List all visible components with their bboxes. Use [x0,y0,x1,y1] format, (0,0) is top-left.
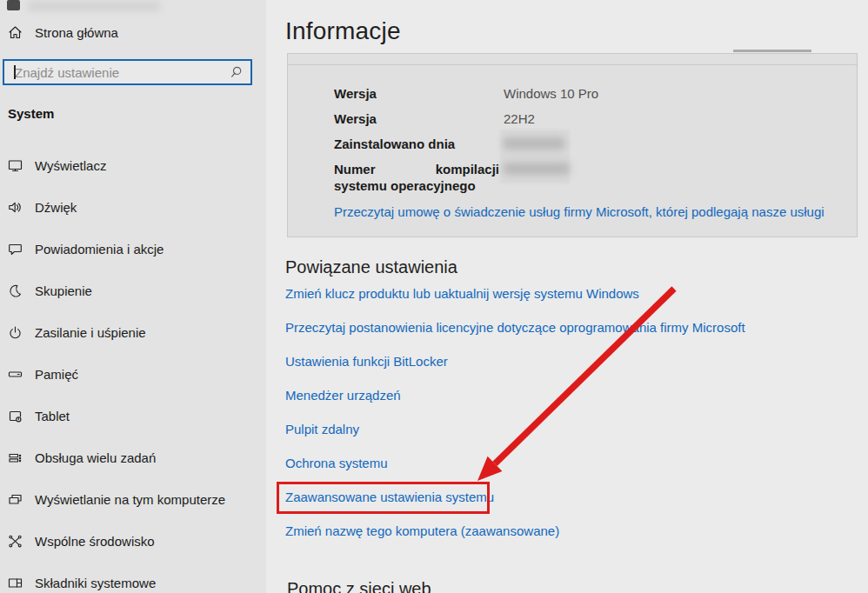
sidebar-item-notifications[interactable]: Powiadomienia i akcje [0,228,266,270]
spec-row: Numer kompilacji systemu operacyjnego [334,161,839,194]
link-change-product-key[interactable]: Zmień klucz produktu lub uaktualnij wers… [285,285,639,303]
sidebar-item-project[interactable]: Wyświetlanie na tym komputerze [0,478,266,520]
sidebar-item-tablet[interactable]: Tablet [0,395,266,436]
sidebar-item-label: Wyświetlanie na tym komputerze [35,492,225,507]
sidebar-item-power-sleep[interactable]: Zasilanie i uśpienie [0,311,266,353]
link-rename-computer[interactable]: Zmień nazwę tego komputera (zaawansowane… [285,523,559,540]
page-title: Informacje [285,17,401,45]
sidebar-item-label: Zasilanie i uśpienie [35,325,146,340]
redacted-value [504,163,570,175]
sidebar-item-label: Pamięć [35,367,78,382]
notifications-icon [8,242,23,257]
related-settings-heading: Powiązane ustawienia [285,257,457,277]
power-icon [8,325,23,340]
services-agreement-link[interactable]: Przeczytaj umowę o świadczenie usług fir… [334,203,825,221]
search-input[interactable] [4,61,250,83]
sidebar-item-focus-assist[interactable]: Skupienie [0,270,266,311]
sidebar-item-sound[interactable]: Dźwięk [0,186,266,228]
focus-assist-icon [8,283,23,298]
panel-divider [288,64,857,65]
text-caret [14,65,16,79]
spec-value: Windows 10 Pro [504,86,598,102]
redacted-value [504,137,564,150]
redacted-device-name [28,1,160,11]
spec-label: Numer kompilacji systemu operacyjnego [334,161,499,194]
spec-row: Wersja22H2 [334,111,839,127]
search-icon [230,65,244,79]
sidebar-item-multitasking[interactable]: Obsługa wielu zadań [0,436,266,478]
sidebar-item-storage[interactable]: Pamięć [0,353,266,395]
web-help-heading: Pomoc z sieci web [287,579,431,593]
project-icon [8,492,23,507]
sidebar-item-home[interactable]: Strona główna [0,11,266,53]
copy-button-fragment [733,50,811,52]
sidebar-item-label: Obsługa wielu zadań [35,450,156,465]
sidebar: Strona główna System Wyświetlacz Dźwięk [0,0,266,593]
annotation-highlight-box [277,482,490,514]
link-device-manager[interactable]: Menedżer urządzeń [285,387,401,404]
sidebar-item-label: Wyświetlacz [35,158,106,173]
storage-icon [8,367,23,382]
link-license-terms[interactable]: Przeczytaj postanowienia licencyjne doty… [285,319,745,336]
spec-value: 22H2 [504,111,535,127]
link-remote-desktop[interactable]: Pulpit zdalny [285,421,359,438]
spec-label: Zainstalowano dnia [334,137,499,152]
tablet-icon [8,409,23,423]
sidebar-item-display[interactable]: Wyświetlacz [0,144,266,186]
spec-label: Wersja [334,111,499,127]
sidebar-item-label: Skupienie [35,283,92,298]
home-icon [8,25,23,40]
sidebar-item-shared-experiences[interactable]: Wspólne środowisko [0,520,266,562]
settings-window: Strona główna System Wyświetlacz Dźwięk [0,0,868,593]
sidebar-item-system-components[interactable]: Składniki systemowe [0,562,266,593]
system-components-icon [8,576,23,590]
sidebar-section-system: System [8,106,54,121]
shared-experiences-icon [8,534,23,549]
search-settings-box [3,59,252,85]
sidebar-item-label: Dźwięk [35,200,77,215]
link-system-protection[interactable]: Ochrona systemu [285,455,388,472]
redacted-values-blur [500,130,570,183]
spec-label: Wersja [334,86,499,102]
display-icon [8,158,23,173]
link-bitlocker-settings[interactable]: Ustawienia funkcji BitLocker [285,353,448,370]
sidebar-item-label: Wspólne środowisko [35,534,155,549]
sidebar-item-label: Strona główna [35,25,118,40]
menu-button-fragment[interactable] [7,0,20,10]
spec-row: Zainstalowano dnia [334,137,839,152]
sidebar-item-label: Powiadomienia i akcje [35,242,164,257]
sound-icon [8,200,23,215]
multitasking-icon [8,450,23,465]
sidebar-item-label: Tablet [35,409,70,423]
windows-spec-panel: WersjaWindows 10 Pro Wersja22H2 Zainstal… [287,53,858,237]
sidebar-item-label: Składniki systemowe [35,576,156,590]
spec-row: WersjaWindows 10 Pro [334,86,839,102]
